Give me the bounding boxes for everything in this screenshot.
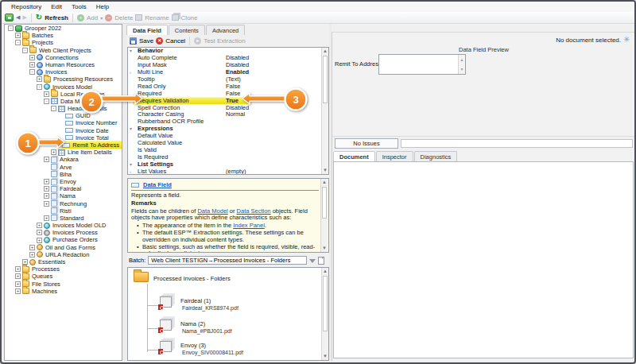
expand-icon[interactable]: + — [29, 252, 35, 258]
collapse-icon[interactable]: - — [44, 99, 49, 104]
property-grid-scrollbar[interactable]: ▲ ▼ — [321, 48, 328, 174]
section-collapse-icon[interactable]: ▾ — [130, 161, 137, 168]
tree-item-risti[interactable]: Risti — [5, 207, 122, 215]
input-scrollbar[interactable]: ▲▼ — [458, 55, 465, 74]
menu-tools[interactable]: Tools — [67, 3, 91, 10]
tree-item-connections[interactable]: +Connections — [5, 54, 122, 61]
help-link-data-section[interactable]: Data Section — [237, 207, 271, 215]
tab-inspector[interactable]: Inspector — [376, 151, 413, 161]
expand-icon[interactable]: + — [29, 245, 35, 250]
test-extraction-button[interactable]: Test Extraction — [204, 37, 245, 45]
scroll-up-icon[interactable]: ▲ — [322, 48, 328, 55]
scrollbar-thumb[interactable] — [322, 187, 327, 219]
expand-icon[interactable]: + — [37, 223, 42, 228]
help-link-data-model[interactable]: Data Model — [197, 207, 227, 215]
tree-item-envoy[interactable]: +Envoy — [5, 178, 122, 185]
menu-help[interactable]: Help — [91, 3, 114, 10]
collapse-icon[interactable]: - — [8, 25, 14, 31]
expand-icon[interactable]: + — [15, 266, 21, 272]
collapse-icon[interactable]: - — [15, 40, 21, 45]
property-value[interactable]: (empty) — [226, 168, 246, 175]
tree-item-projects[interactable]: -Projects — [5, 39, 122, 46]
clone-button[interactable]: Clone — [181, 14, 198, 21]
tree-item-nama[interactable]: +Nama — [5, 192, 122, 199]
menu-repository[interactable]: Repository — [6, 3, 46, 10]
batch-combobox[interactable]: Web Client TESTIGN→Processed Invoices - … — [148, 256, 307, 265]
expand-icon[interactable]: + — [15, 33, 21, 38]
batch-item-nama-2[interactable]: Nama (2)Nama_#PBJ001.pdf — [160, 319, 319, 340]
tree-item-human-resources[interactable]: +Human Resources — [5, 61, 122, 68]
tree-item-invoices[interactable]: -Invoices — [5, 68, 122, 76]
help-link-index-panel[interactable]: Index Panel — [233, 222, 265, 229]
tree-item-web-client-projects[interactable]: -Web Client Projects — [5, 47, 122, 54]
menu-edit[interactable]: Edit — [46, 3, 67, 10]
expand-icon[interactable]: + — [44, 193, 49, 199]
tree-item-processing-resources[interactable]: +Processing Resources — [5, 76, 122, 83]
add-icon[interactable]: + — [77, 14, 84, 21]
expand-icon[interactable]: + — [37, 230, 42, 235]
cancel-button[interactable]: Cancel — [165, 37, 185, 45]
delete-icon[interactable]: − — [105, 14, 112, 21]
batch-root-label[interactable]: Processed Invoices - Folders — [153, 275, 231, 282]
batch-item-fairdeal-1[interactable]: Fairdeal (1)Fairdeal_KRS8974.pdf — [160, 296, 319, 317]
tree-splitter[interactable] — [122, 24, 126, 361]
scroll-down-icon[interactable]: ▼ — [322, 167, 328, 174]
expand-icon[interactable]: + — [15, 273, 21, 279]
property-row-list-values[interactable]: ›List Values(empty) — [128, 168, 328, 175]
expand-icon[interactable]: + — [15, 288, 21, 294]
expand-icon[interactable]: + — [44, 91, 49, 97]
tree-item-biha[interactable]: Biha — [5, 171, 122, 178]
refresh-icon[interactable]: ↻ — [36, 14, 42, 21]
batch-tree-scrollbar[interactable]: ▲▼ — [321, 268, 328, 360]
tree-item-fairdeal[interactable]: +Fairdeal — [5, 185, 122, 192]
tree-item-purchase-orders[interactable]: +Purchase Orders — [5, 236, 122, 243]
tree-item-invoices-process[interactable]: +Invoices Process — [5, 229, 122, 236]
tree-item-invoice-number[interactable]: Invoice Number — [5, 119, 122, 126]
expand-icon[interactable]: + — [44, 179, 49, 184]
tab-contents[interactable]: Contents — [169, 25, 205, 35]
tree-item-machines[interactable]: +Machines — [5, 288, 122, 295]
row-expand-icon[interactable]: › — [130, 69, 137, 76]
collapse-icon[interactable]: - — [37, 84, 42, 90]
rename-icon[interactable] — [135, 14, 142, 21]
tab-data-field[interactable]: Data Field — [126, 25, 168, 36]
tree-item-standard[interactable]: +Standard — [5, 215, 122, 222]
scroll-down-icon[interactable]: ▼ — [321, 245, 328, 252]
section-collapse-icon[interactable]: ▾ — [130, 126, 137, 133]
tree-item-oil-and-gas-forms[interactable]: +Oil and Gas Forms — [5, 244, 122, 251]
section-collapse-icon[interactable]: ▾ — [130, 48, 137, 55]
tab-advanced[interactable]: Advanced — [206, 25, 245, 35]
collapse-icon[interactable]: - — [29, 69, 35, 75]
expand-icon[interactable]: + — [15, 281, 21, 287]
scrollbar-thumb[interactable] — [323, 56, 328, 103]
expand-icon[interactable]: + — [37, 76, 42, 82]
add-button[interactable]: Add — [87, 14, 98, 21]
filter-icon[interactable] — [309, 259, 316, 263]
back-icon[interactable]: ◀ — [16, 14, 20, 21]
tree-item-urla-redaction[interactable]: +URLA Redaction — [5, 251, 122, 258]
help-scrollbar[interactable]: ▲ ▼ — [320, 179, 328, 252]
expand-icon[interactable]: + — [29, 55, 35, 60]
forward-icon[interactable]: ▶ — [22, 14, 26, 21]
expand-icon[interactable]: + — [44, 215, 49, 221]
refresh-button[interactable]: Refresh — [45, 14, 68, 21]
navigator-icon[interactable] — [5, 14, 14, 21]
collapse-icon[interactable]: - — [51, 106, 56, 111]
rename-button[interactable]: Rename — [145, 14, 169, 21]
batch-item-envoy-3[interactable]: Envoy (3)Envoy_SIV00008411.pdf — [160, 341, 319, 361]
scroll-down-icon[interactable]: ▼ — [459, 64, 465, 74]
clone-icon[interactable] — [172, 14, 179, 21]
tree-item-arve[interactable]: Arve — [5, 164, 122, 171]
row-expand-icon[interactable]: › — [130, 168, 137, 175]
help-title-link[interactable]: Data Field — [143, 181, 172, 188]
new-document-icon[interactable] — [318, 257, 324, 265]
expand-icon[interactable]: + — [37, 238, 42, 243]
tree-item-rechnung[interactable]: +Rechnung — [5, 200, 122, 207]
delete-button[interactable]: Delete — [114, 14, 133, 21]
tab-document[interactable]: Document — [333, 151, 375, 162]
tab-diagnostics[interactable]: Diagnostics — [414, 151, 458, 161]
add-dropdown-icon[interactable]: ▾ — [100, 15, 103, 21]
save-button[interactable]: Save — [139, 37, 153, 45]
collapse-icon[interactable]: - — [22, 48, 28, 53]
field-preview-input[interactable]: ▲▼ — [378, 54, 466, 75]
